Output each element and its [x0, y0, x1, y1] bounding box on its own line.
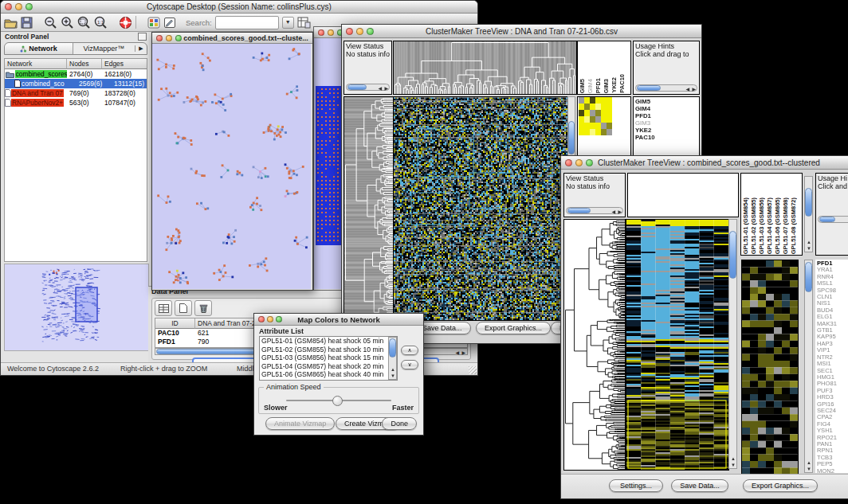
tv2-labels-vscrollbar[interactable]: ▲▼	[804, 176, 813, 252]
zoom-button[interactable]	[586, 159, 593, 166]
close-button[interactable]	[318, 29, 324, 36]
tab-vizmapper[interactable]: VizMapper™	[73, 45, 135, 53]
zoom-in-icon[interactable]	[61, 16, 74, 29]
attribute-down-button[interactable]: ∨	[401, 360, 418, 369]
close-button[interactable]	[5, 3, 12, 10]
tv2-genes-vscrollbar[interactable]: ▲▼	[804, 260, 813, 473]
tv2-usage-scrollbar[interactable]	[818, 216, 848, 223]
tv2-column-dendrogram-area[interactable]	[627, 173, 739, 217]
network-row-1-selected[interactable]: combined_sco 2569(6) 13112(15)	[5, 79, 147, 88]
zoom-button[interactable]	[26, 3, 33, 10]
tv2-row-dendrogram[interactable]	[563, 219, 626, 471]
treeview1-title: ClusterMaker TreeView : DNA and Tran 07-…	[342, 27, 701, 36]
network-row-3[interactable]: RNAPuberNov2+ 563(0) 107847(0)	[5, 98, 147, 107]
network1-title-bar[interactable]: combined_scores_good.txt--cluste...	[152, 33, 312, 44]
tv2-zoom-heatmap[interactable]	[741, 260, 799, 475]
done-button[interactable]: Done	[382, 417, 417, 430]
status-hint-zoom: Right-click + drag to ZOOM	[120, 365, 207, 373]
search-input[interactable]	[215, 16, 279, 29]
zoom-out-icon[interactable]	[44, 16, 57, 29]
map-colors-dialog: Map Colors to Network Attribute List GPL…	[253, 313, 424, 436]
slower-label: Slower	[264, 404, 288, 412]
new-attribute-icon[interactable]	[175, 300, 192, 316]
network-row-2[interactable]: DNA and Tran 07 769(0) 183728(0)	[5, 88, 147, 98]
attribute-browser-icon[interactable]	[297, 16, 311, 29]
animate-vizmap-button[interactable]: Animate Vizmap	[265, 417, 335, 430]
tv1-heatmap[interactable]	[393, 96, 568, 321]
tv1-column-labels-panel: GIM5GIM4PFD1GIM3YKE2PAC10	[577, 41, 631, 95]
tab-vizmapper-label: VizMapper™	[84, 45, 125, 53]
col-network[interactable]: Network	[5, 59, 67, 69]
tv1-zoom-heatmap[interactable]	[579, 97, 612, 137]
col-nodes[interactable]: Nodes	[67, 59, 102, 69]
tv2-heatmap-vscrollbar[interactable]: ▲▼	[728, 219, 737, 469]
network-view-window-1: combined_scores_good.txt--cluste...	[151, 32, 313, 291]
network-row-0[interactable]: combined_scores 2764(0) 16218(0)	[5, 69, 147, 79]
tv2-heatmap[interactable]	[626, 219, 729, 471]
vizmapper-icon[interactable]	[147, 17, 160, 29]
tv2-save-data-button[interactable]: Save Data...	[671, 479, 728, 492]
tv2-usage-hints-panel: Usage Hi Click and	[815, 173, 848, 256]
tab-overflow-button[interactable]: ▶	[135, 45, 147, 52]
minimize-button[interactable]	[575, 159, 583, 166]
tab-network[interactable]: Network	[5, 43, 73, 54]
animation-speed-label: Animation Speed	[264, 383, 324, 391]
zoom-selected-icon[interactable]	[77, 16, 91, 29]
minimize-button[interactable]	[267, 316, 273, 322]
zoom-button[interactable]	[276, 316, 282, 322]
close-button[interactable]	[258, 316, 265, 322]
minimize-button[interactable]	[15, 3, 22, 10]
window-controls	[5, 3, 33, 10]
open-network-icon[interactable]	[4, 17, 18, 29]
help-icon[interactable]	[119, 16, 132, 29]
zoom-button[interactable]	[175, 35, 182, 41]
tv1-status-scrollbar[interactable]: ◀▶	[346, 84, 390, 91]
close-button[interactable]	[565, 159, 572, 166]
animation-speed-group: Animation Speed Slower Faster	[258, 387, 419, 414]
attribute-list[interactable]: GPL51-01 (GSM854) heat shock 05 minGPL51…	[259, 336, 398, 381]
zoom-button[interactable]	[367, 28, 374, 35]
tv2-gene-labels: PFD1YRA1RNR4MSL1SPC98CLN1NIS1BUD4ELG1MAK…	[815, 260, 848, 473]
treeview1-title-bar[interactable]: ClusterMaker TreeView : DNA and Tran 07-…	[342, 25, 701, 38]
minimize-button[interactable]	[166, 35, 172, 41]
close-button[interactable]	[346, 28, 353, 35]
tv1-usage-scrollbar[interactable]: ◀▶	[635, 84, 697, 92]
control-panel-header: Control Panel	[5, 33, 49, 41]
control-panel: Control Panel Network VizMapper™ ▶ Netwo…	[2, 33, 149, 362]
animation-slider[interactable]	[286, 396, 391, 405]
tv2-status-scrollbar[interactable]: ◀▶	[566, 207, 623, 214]
tv2-view-status-text: No status info	[564, 182, 625, 192]
tv1-export-graphics-button[interactable]: Export Graphics...	[476, 322, 551, 334]
minimize-button[interactable]	[328, 29, 334, 36]
float-panel-icon[interactable]	[138, 33, 147, 41]
search-dropdown-button[interactable]: ▼	[282, 17, 294, 29]
delete-attribute-icon[interactable]	[194, 300, 212, 316]
tv2-column-labels: GPL51-01 (GSM854)GPL51-02 (GSM855)GPL51-…	[742, 174, 798, 254]
network1-canvas[interactable]	[152, 44, 311, 289]
tv1-row-dendrogram[interactable]	[344, 96, 394, 321]
network-tab-icon	[20, 45, 26, 53]
zoom-fit-icon[interactable]: 1:1	[94, 16, 108, 29]
animation-slider-thumb[interactable]	[332, 396, 343, 406]
tv1-column-dendrogram[interactable]	[393, 41, 577, 95]
network-overview-canvas[interactable]	[4, 264, 149, 351]
attribute-up-button[interactable]: ∧	[401, 346, 418, 355]
tv2-button-row: Settings... Save Data... Export Graphics…	[561, 474, 848, 498]
treeview2-title-bar[interactable]: ClusterMaker TreeView : combined_scores_…	[561, 156, 848, 170]
minimize-button[interactable]	[356, 28, 363, 35]
resize-grip[interactable]	[469, 366, 477, 374]
annotation-icon[interactable]	[163, 17, 176, 29]
dialog-title-bar[interactable]: Map Colors to Network	[254, 314, 423, 326]
attribute-list-vscrollbar[interactable]: ▲▼	[388, 337, 397, 380]
select-attributes-icon[interactable]	[155, 300, 172, 316]
col-edges[interactable]: Edges	[102, 59, 147, 69]
network-table: Network Nodes Edges combined_scores 2764…	[4, 58, 147, 262]
tv1-usage-hints-panel: Usage Hints Click and drag to ◀▶	[633, 41, 700, 95]
data-col-id[interactable]: ID	[155, 318, 195, 329]
tv2-settings-button[interactable]: Settings...	[609, 479, 663, 492]
main-window-title: Cytoscape Desktop (Session Name: collins…	[1, 2, 477, 11]
save-session-icon[interactable]	[21, 17, 33, 29]
close-button[interactable]	[156, 35, 163, 41]
main-title-bar[interactable]: Cytoscape Desktop (Session Name: collins…	[1, 1, 477, 14]
tv2-export-graphics-button[interactable]: Export Graphics...	[743, 479, 818, 492]
